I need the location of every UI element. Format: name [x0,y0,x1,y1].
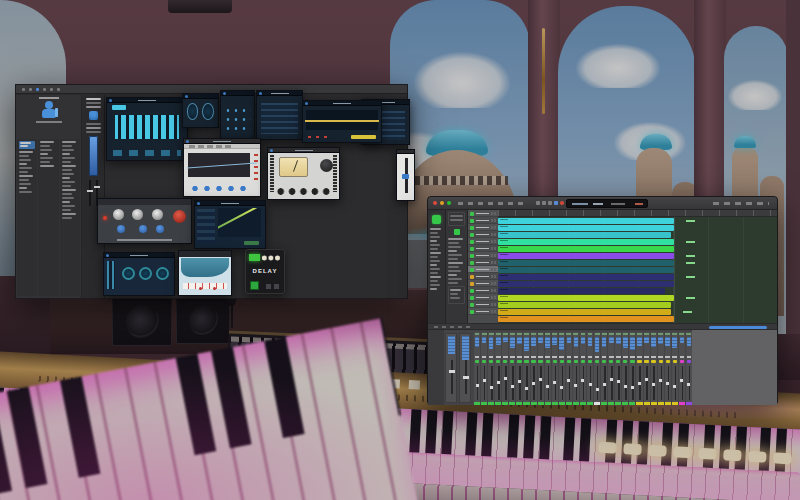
fader[interactable] [89,180,91,206]
vu-compressor-plugin[interactable] [267,147,340,200]
logic-arrange-window[interactable] [427,196,778,404]
fader-cap[interactable] [497,381,500,384]
toolbar-icon[interactable] [50,88,53,91]
mix-knob[interactable] [156,267,169,280]
audio-region[interactable] [498,253,674,259]
insert-slot[interactable] [545,337,550,348]
audio-region[interactable] [498,246,674,252]
input-monitor-button[interactable] [680,360,684,363]
mute-solo-buttons[interactable] [491,247,496,250]
mixer-panel[interactable] [428,329,777,405]
channel-strip[interactable] [686,332,692,405]
insert-slot[interactable] [595,337,600,352]
plugin-header[interactable] [104,253,174,258]
input-monitor-button[interactable] [574,360,578,363]
mute-solo-buttons[interactable] [491,275,496,278]
fader-cap[interactable] [539,378,542,381]
input-monitor-button[interactable] [524,360,528,363]
track-header[interactable] [468,231,498,238]
inspector-panel[interactable] [446,210,468,323]
channel-strip[interactable] [552,332,558,405]
analog-compressor-plugin[interactable] [97,198,192,244]
mute-solo-buttons[interactable] [491,289,496,292]
track-header[interactable] [468,294,498,301]
toolbar-icon[interactable] [22,88,25,91]
output-knob[interactable] [132,209,143,220]
fader-cap[interactable] [617,380,620,383]
fader-cap[interactable] [546,385,549,388]
toolbar-icon[interactable] [29,88,32,91]
plugin-header[interactable] [221,91,254,96]
attack-knob[interactable] [152,209,163,220]
input-monitor-button[interactable] [546,360,550,363]
mute-solo-buttons[interactable] [491,310,496,313]
fader-cap[interactable] [603,383,606,386]
fader-cap[interactable] [624,385,627,388]
daw-titlebar[interactable] [428,197,777,210]
input-monitor-button[interactable] [538,360,542,363]
insert-slot[interactable] [475,337,480,347]
channel-strip[interactable] [622,332,628,405]
plugin-header[interactable] [98,199,191,205]
bar-ruler[interactable] [498,210,777,217]
track-header[interactable] [468,308,498,315]
channel-strip[interactable] [608,332,614,405]
input-monitor-button[interactable] [581,360,585,363]
limiter-button[interactable] [351,135,376,138]
channel-strip[interactable] [594,332,600,405]
input-monitor-button[interactable] [651,360,655,363]
insert-slot[interactable] [651,337,656,347]
fader-cap[interactable] [518,380,521,383]
fader-cap[interactable] [673,385,676,388]
insert-slot[interactable] [644,337,649,343]
input-monitor-button[interactable] [489,360,493,363]
fader-cap[interactable] [596,388,599,391]
fader-cap[interactable] [511,385,514,388]
insert-slot[interactable] [658,337,663,344]
insert-slot[interactable] [602,337,607,347]
input-monitor-button[interactable] [602,360,606,363]
channel-strip[interactable] [538,332,544,405]
fader-cap[interactable] [449,370,455,373]
channel-strip[interactable] [658,332,664,405]
mute-solo-buttons[interactable] [491,254,496,257]
track-header[interactable] [468,266,498,273]
preset-toolbar[interactable] [184,144,260,149]
insert-slot[interactable] [517,337,522,344]
input-monitor-button[interactable] [475,360,479,363]
insert-slot[interactable] [687,337,692,346]
channel-strip[interactable] [615,332,621,405]
channel-strip[interactable] [587,332,593,405]
input-monitor-button[interactable] [595,360,599,363]
delay-pedal-plugin[interactable]: DELAY [245,249,285,294]
mute-solo-buttons[interactable] [491,226,496,229]
footswitch-button[interactable] [250,281,259,290]
insert-slot[interactable] [581,337,586,344]
output-channel-strip[interactable] [445,333,457,403]
audio-region[interactable] [498,302,671,308]
fader-cap[interactable] [574,384,577,387]
input-monitor-button[interactable] [560,360,564,363]
toolbar-icon[interactable] [43,88,46,91]
input-monitor-button[interactable] [510,360,514,363]
fader-cap[interactable] [581,379,584,382]
input-monitor-button[interactable] [553,360,557,363]
mute-solo-buttons[interactable] [491,303,496,306]
audio-region[interactable] [498,267,674,273]
input-monitor-button[interactable] [687,360,691,363]
master-channel-strip[interactable] [459,333,471,403]
insert-slot[interactable] [559,337,564,350]
fader-cap[interactable] [631,386,634,389]
library-columns[interactable] [17,139,80,296]
channel-strip[interactable] [495,332,501,405]
audio-region[interactable] [498,295,674,301]
channel-strip[interactable] [488,332,494,405]
audio-region[interactable] [498,218,674,224]
channel-strip[interactable] [665,332,671,405]
insert-slot[interactable] [623,337,628,348]
input-monitor-button[interactable] [616,360,620,363]
insert-slot[interactable] [489,337,494,349]
track-header[interactable] [468,217,498,224]
enable-chip[interactable] [244,241,259,245]
input-monitor-button[interactable] [503,360,507,363]
